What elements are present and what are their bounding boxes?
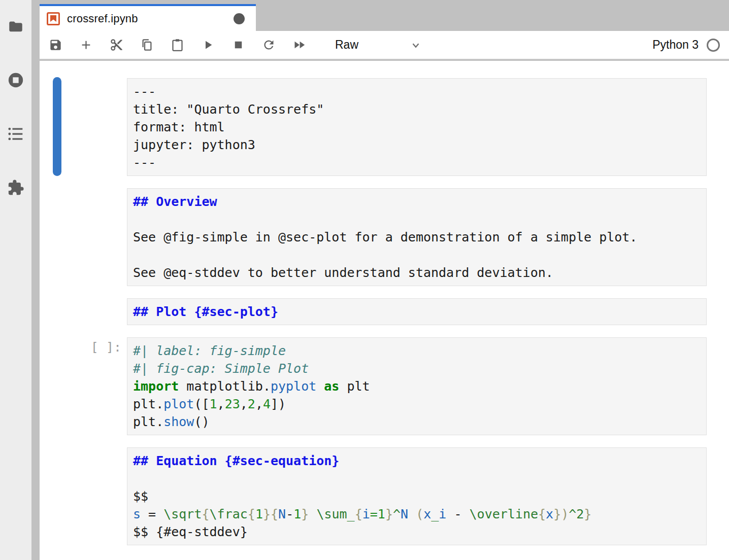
notebook-file-icon <box>47 12 60 25</box>
cut-cells-button[interactable] <box>110 38 123 52</box>
running-sessions-icon[interactable] <box>7 71 25 89</box>
code-cell-editor[interactable]: #| label: fig-simple#| fig-cap: Simple P… <box>127 337 707 435</box>
editor-line: import matplotlib.pyplot as plt <box>133 377 701 395</box>
editor-line <box>133 211 701 228</box>
restart-run-all-button[interactable] <box>292 38 306 52</box>
editor-line <box>133 246 701 264</box>
cell-type-value: Raw <box>335 38 358 52</box>
editor-line: s = \sqrt{\frac{1}{N-1} \sum_{i=1}^N (x_… <box>133 505 701 523</box>
editor-line: #| label: fig-simple <box>133 342 701 360</box>
editor-line: $$ {#eq-stddev} <box>133 523 701 541</box>
puzzle-piece-icon <box>7 179 24 196</box>
interrupt-kernel-button[interactable] <box>231 38 245 52</box>
main-dock-panel: crossref.ipynb <box>40 0 729 560</box>
fast-forward-icon <box>292 38 306 52</box>
kernel-name[interactable]: Python 3 <box>652 38 699 52</box>
restart-kernel-button[interactable] <box>262 38 276 52</box>
editor-line: ## Plot {#sec-plot} <box>133 303 701 321</box>
markdown-cell-editor[interactable]: ---title: "Quarto Crossrefs"format: html… <box>127 78 707 176</box>
notebook-tab[interactable]: crossref.ipynb <box>40 4 256 31</box>
editor-line: plt.plot([1,23,2,4]) <box>133 395 701 413</box>
editor-line: See @fig-simple in @sec-plot for a demon… <box>133 228 701 246</box>
editor-line: plt.show() <box>133 413 701 431</box>
editor-line: title: "Quarto Crossrefs" <box>133 100 701 118</box>
markdown-cell-editor[interactable]: ## Plot {#sec-plot} <box>127 298 707 325</box>
editor-line: --- <box>133 154 701 171</box>
editor-line: #| fig-cap: Simple Plot <box>133 360 701 377</box>
editor-line: --- <box>133 83 701 100</box>
markdown-cell-editor[interactable]: ## Overview See @fig-simple in @sec-plot… <box>127 188 707 286</box>
copy-icon <box>140 38 154 52</box>
editor-line <box>133 470 701 487</box>
plus-icon <box>79 38 93 52</box>
scissors-icon <box>110 38 123 52</box>
jupyterlab-window: { "sidebar": { "items": ["file-browser",… <box>0 0 729 560</box>
notebook-toolbar: Raw Python 3 <box>40 31 729 60</box>
copy-cells-button[interactable] <box>140 38 154 52</box>
kernel-status-indicator <box>707 39 720 52</box>
unsaved-changes-dot[interactable] <box>234 13 245 24</box>
clipboard-icon <box>171 38 184 52</box>
notebook-panel: [ ]: ---title: "Quarto Crossrefs"format:… <box>40 61 729 560</box>
chevron-down-icon <box>410 40 421 51</box>
markdown-cell-editor[interactable]: ## Equation {#sec-equation} $$s = \sqrt{… <box>127 447 707 545</box>
list-icon <box>7 125 24 143</box>
editor-line: See @eq-stddev to better understand stan… <box>133 264 701 282</box>
run-cell-button[interactable] <box>201 38 215 52</box>
editor-line: ## Equation {#sec-equation} <box>133 452 701 470</box>
stop-icon <box>231 38 245 52</box>
notebook-cells: ---title: "Quarto Crossrefs"format: html… <box>40 61 729 557</box>
run-icon <box>201 38 215 52</box>
editor-line: jupyter: python3 <box>133 136 701 154</box>
file-browser-icon[interactable] <box>7 18 25 36</box>
table-of-contents-icon[interactable] <box>7 125 25 143</box>
editor-line: ## Overview <box>133 193 701 211</box>
tab-title: crossref.ipynb <box>67 12 138 25</box>
editor-line: format: html <box>133 118 701 136</box>
folder-icon <box>7 18 24 36</box>
editor-line: $$ <box>133 487 701 505</box>
paste-cells-button[interactable] <box>171 38 184 52</box>
extension-manager-icon[interactable] <box>7 179 25 197</box>
cell-type-dropdown[interactable]: Raw <box>335 38 421 52</box>
left-activity-sidebar <box>0 0 31 560</box>
insert-cell-button[interactable] <box>79 38 93 52</box>
tab-bar: crossref.ipynb <box>40 0 729 31</box>
save-icon <box>49 38 62 52</box>
restart-icon <box>262 38 276 52</box>
save-button[interactable] <box>49 38 62 52</box>
stop-circle-icon <box>7 72 24 89</box>
